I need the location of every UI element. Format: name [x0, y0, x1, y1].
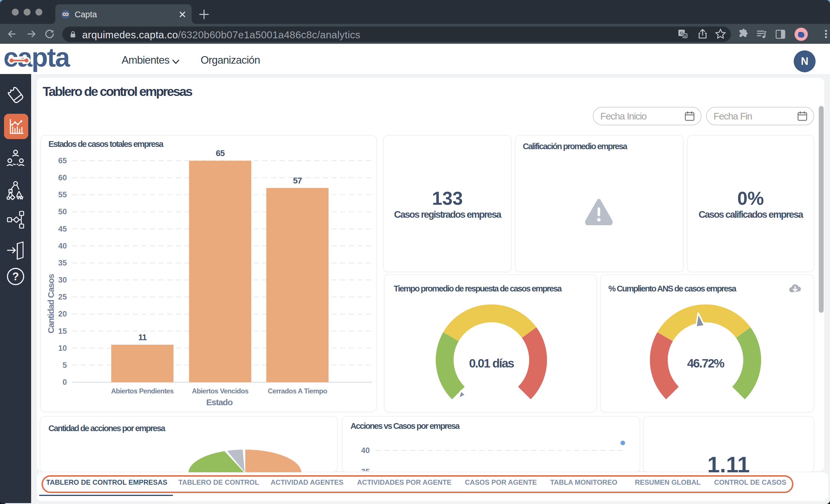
svg-text:65: 65: [216, 148, 225, 158]
svg-text:45: 45: [58, 225, 67, 233]
svg-text:57: 57: [293, 176, 302, 185]
svg-text:Cantidad Casos: Cantidad Casos: [46, 274, 56, 334]
svg-text:46.72%: 46.72%: [687, 357, 725, 370]
svg-text:40: 40: [58, 242, 67, 250]
svg-text:x: x: [684, 34, 686, 38]
svg-text:0.01 días: 0.01 días: [469, 357, 514, 370]
svg-text:35: 35: [58, 259, 67, 267]
svg-text:50: 50: [58, 207, 67, 216]
svg-text:5: 5: [63, 361, 67, 370]
svg-text:Abiertos Vencidos: Abiertos Vencidos: [192, 387, 248, 395]
svg-text:20: 20: [58, 310, 67, 318]
svg-text:Abiertos Pendientes: Abiertos Pendientes: [111, 387, 174, 395]
svg-text:10: 10: [58, 344, 67, 352]
svg-text:35: 35: [361, 467, 370, 471]
svg-text:30: 30: [58, 276, 67, 284]
svg-text:60: 60: [58, 173, 67, 182]
svg-text:Cerrados A Tiempo: Cerrados A Tiempo: [268, 387, 327, 395]
svg-text:55: 55: [58, 190, 67, 199]
svg-text:0: 0: [63, 378, 67, 387]
svg-text:25: 25: [58, 293, 67, 301]
svg-text:11: 11: [138, 333, 147, 342]
svg-text:?: ?: [12, 270, 19, 282]
svg-text:15: 15: [58, 327, 67, 336]
svg-text:65: 65: [58, 156, 67, 165]
svg-text:40: 40: [361, 446, 370, 455]
svg-text:Estado: Estado: [206, 397, 232, 407]
